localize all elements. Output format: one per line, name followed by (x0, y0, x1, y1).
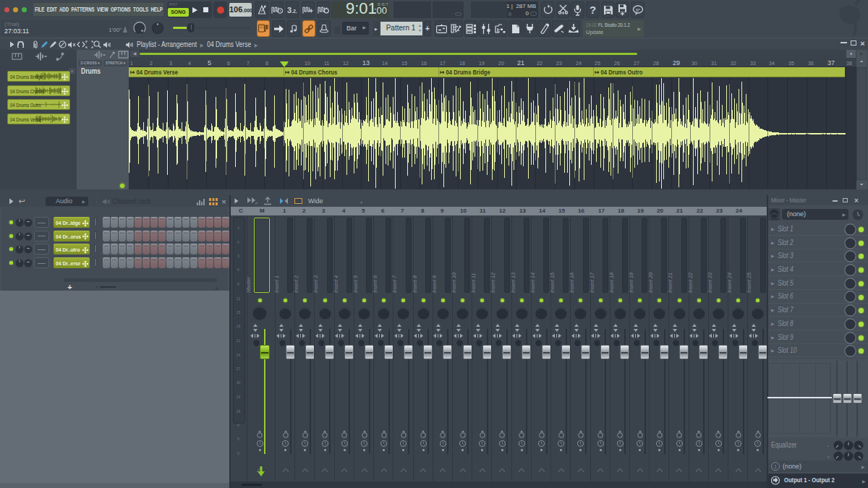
svg-text:1: 1 (774, 464, 777, 469)
